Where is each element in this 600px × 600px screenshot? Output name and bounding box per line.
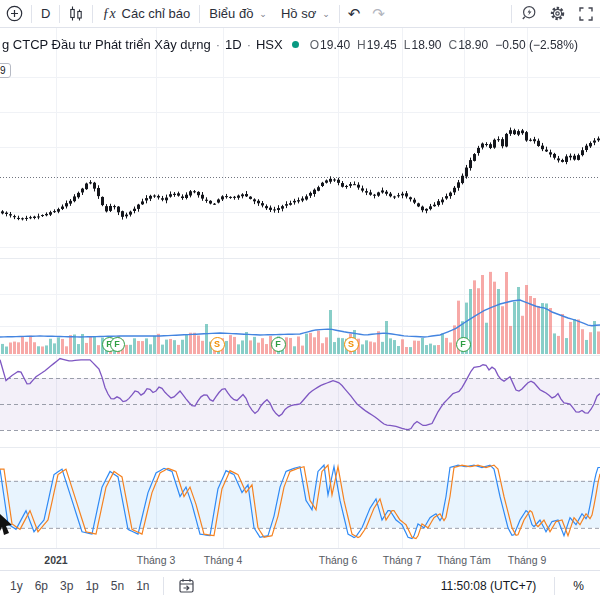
indicators-button[interactable]: ƒx Các chỉ báo xyxy=(95,2,197,26)
candlestick-icon xyxy=(68,5,84,22)
toolbar-separator xyxy=(92,5,93,23)
legend-separator: · xyxy=(216,37,220,52)
chart-panes-canvas[interactable] xyxy=(0,28,600,548)
settings-button[interactable] xyxy=(543,2,572,26)
fullscreen-icon xyxy=(578,6,594,22)
event-badge-F[interactable]: F xyxy=(271,337,286,352)
trading-chart-app: D ƒx Các chỉ báo Biểu đồ ⌄ Hồ sơ ⌄ ↶ ↷ xyxy=(0,0,600,600)
event-badge-S[interactable]: S xyxy=(210,337,225,352)
percent-scale-button[interactable]: % xyxy=(567,578,590,594)
range-button-1p[interactable]: 1p xyxy=(79,577,104,595)
toolbar-separator xyxy=(554,577,555,595)
low-value: L18.90 xyxy=(404,38,442,52)
chevron-down-icon: ⌄ xyxy=(322,9,330,19)
chevron-down-icon: ⌄ xyxy=(259,9,267,19)
calendar-icon xyxy=(178,577,195,594)
range-button-1y[interactable]: 1y xyxy=(4,577,29,595)
toolbar-separator xyxy=(199,5,200,23)
time-axis-label: Tháng 4 xyxy=(204,554,243,566)
redo-button[interactable]: ↷ xyxy=(366,2,391,26)
indicators-label: Các chỉ báo xyxy=(122,6,191,21)
event-badge-F[interactable]: F xyxy=(110,337,125,352)
event-badge-S[interactable]: S xyxy=(344,337,359,352)
time-axis-label: 2021 xyxy=(44,554,67,566)
symbol-title[interactable]: g CTCP Đầu tư Phát triển Xây dựng xyxy=(2,37,211,52)
chart-style-button[interactable] xyxy=(62,2,90,26)
change-value: −0.50 (−2.58%) xyxy=(495,38,578,52)
alert-icon xyxy=(520,5,537,22)
clock-button[interactable]: 11:50:08 (UTC+7) xyxy=(435,578,543,594)
date-range-buttons: 1y6p3p1p5n1n xyxy=(4,577,155,595)
toolbar-separator xyxy=(163,577,164,595)
timeframe-label: D xyxy=(41,6,50,21)
profile-menu-label: Hồ sơ xyxy=(281,6,316,21)
exchange-label[interactable]: HSX xyxy=(256,37,283,52)
time-axis-label: Tháng 6 xyxy=(319,554,358,566)
plus-circle-icon xyxy=(6,5,23,22)
time-axis-label: Tháng 9 xyxy=(508,554,547,566)
chart-menu-label: Biểu đồ xyxy=(209,6,253,21)
gear-icon xyxy=(549,5,566,22)
interval-label[interactable]: 1D xyxy=(225,37,242,52)
event-badge-F[interactable]: F xyxy=(456,337,471,352)
profile-menu-button[interactable]: Hồ sơ ⌄ xyxy=(274,2,337,26)
goto-date-button[interactable] xyxy=(172,574,201,598)
range-button-6p[interactable]: 6p xyxy=(29,577,54,595)
symbol-legend: g CTCP Đầu tư Phát triển Xây dựng · 1D ·… xyxy=(2,37,578,52)
cropped-legend-badge: 9 xyxy=(0,63,11,78)
redo-icon: ↷ xyxy=(372,6,385,21)
time-axis-label: Tháng 3 xyxy=(137,554,176,566)
fx-icon: ƒx xyxy=(102,6,115,22)
time-axis-label: Tháng Tám xyxy=(437,554,491,566)
time-axis-label: Tháng 7 xyxy=(383,554,422,566)
toolbar-separator xyxy=(31,5,32,23)
range-button-5n[interactable]: 5n xyxy=(105,577,130,595)
timeframe-button[interactable]: D xyxy=(34,2,57,26)
bottom-toolbar: 1y6p3p1p5n1n 11:50:08 (UTC+7) % xyxy=(0,570,600,600)
chart-menu-button[interactable]: Biểu đồ ⌄ xyxy=(202,2,274,26)
range-button-1n[interactable]: 1n xyxy=(130,577,155,595)
undo-button[interactable]: ↶ xyxy=(342,2,367,26)
legend-separator: · xyxy=(247,37,251,52)
range-button-3p[interactable]: 3p xyxy=(54,577,79,595)
close-value: C18.90 xyxy=(449,38,489,52)
bottom-right-group: 11:50:08 (UTC+7) % xyxy=(435,577,600,595)
fullscreen-button[interactable] xyxy=(572,2,600,26)
ohlc-values: O19.40 H19.45 L18.90 C18.90 −0.50 (−2.58… xyxy=(310,38,578,52)
market-status-dot xyxy=(292,41,299,48)
time-axis[interactable]: 2021Tháng 3Tháng 4Tháng 6Tháng 7Tháng Tá… xyxy=(0,548,600,570)
toolbar-separator xyxy=(59,5,60,23)
alert-button[interactable] xyxy=(514,2,543,26)
top-toolbar: D ƒx Các chỉ báo Biểu đồ ⌄ Hồ sơ ⌄ ↶ ↷ xyxy=(0,0,600,28)
toolbar-separator xyxy=(339,5,340,23)
high-value: H19.45 xyxy=(357,38,397,52)
undo-icon: ↶ xyxy=(348,6,361,21)
open-value: O19.40 xyxy=(310,38,350,52)
add-symbol-button[interactable] xyxy=(0,2,29,26)
chart-area[interactable]: g CTCP Đầu tư Phát triển Xây dựng · 1D ·… xyxy=(0,28,600,548)
toolbar-separator xyxy=(511,5,512,23)
